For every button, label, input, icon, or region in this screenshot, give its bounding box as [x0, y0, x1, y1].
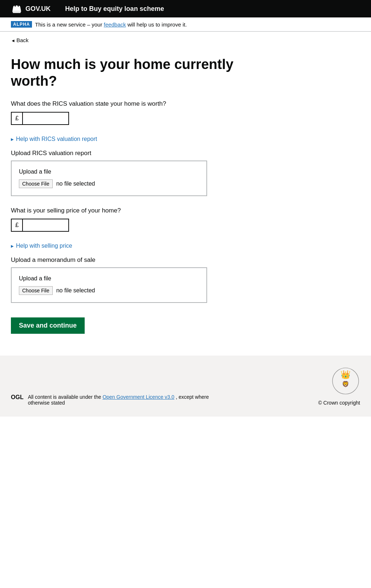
alpha-banner: ALPHA This is a new service – your feedb… [0, 17, 371, 32]
selling-price-group: What is your selling price of your home?… [11, 207, 243, 232]
memo-no-file-text: no file selected [56, 287, 95, 294]
upload-memo-box: Upload a file Choose File no file select… [11, 267, 207, 303]
rics-currency-prefix: £ [12, 113, 23, 124]
upload-rics-group: Upload RICS valuation report Upload a fi… [11, 150, 243, 196]
memo-file-input-row: Choose File no file selected [19, 286, 199, 295]
rics-valuation-input[interactable] [23, 113, 63, 124]
ogl-logo: OGL [11, 394, 24, 401]
rics-valuation-group: What does the RICS valuation state your … [11, 100, 243, 125]
save-continue-button[interactable]: Save and continue [11, 317, 85, 334]
site-footer: OGL All content is available under the O… [0, 356, 371, 417]
alpha-tag: ALPHA [11, 21, 32, 28]
selling-input-wrapper: £ [11, 219, 69, 232]
alpha-text: This is a new service – your feedback wi… [35, 21, 187, 28]
crown-emblem-icon: 👑 🦁 [331, 366, 360, 396]
upload-memo-group: Upload a memorandum of sale Upload a fil… [11, 256, 243, 303]
selling-currency-prefix: £ [12, 219, 23, 231]
site-header: GOV.UK Help to Buy equity loan scheme [0, 0, 371, 17]
footer-inner: OGL All content is available under the O… [11, 366, 360, 406]
feedback-link[interactable]: feedback [104, 21, 126, 28]
footer-left: OGL All content is available under the O… [11, 394, 229, 406]
upload-rics-box: Upload a file Choose File no file select… [11, 161, 207, 196]
svg-text:👑: 👑 [340, 370, 351, 380]
footer-licence-text: All content is available under the Open … [28, 394, 229, 406]
svg-text:🦁: 🦁 [342, 381, 349, 388]
rics-file-input-row: Choose File no file selected [19, 179, 199, 188]
selling-price-label: What is your selling price of your home? [11, 207, 243, 214]
main-content: How much is your home currently worth? W… [0, 49, 254, 356]
rics-valuation-label: What does the RICS valuation state your … [11, 100, 243, 108]
crown-icon [11, 4, 23, 14]
page-title: How much is your home currently worth? [11, 56, 243, 89]
selling-help-details[interactable]: Help with selling price [11, 243, 243, 249]
header-title: Help to Buy equity loan scheme [65, 5, 164, 13]
back-link[interactable]: Back [11, 37, 29, 43]
upload-memo-label: Upload a memorandum of sale [11, 256, 243, 264]
upload-memo-box-label: Upload a file [19, 275, 199, 282]
rics-no-file-text: no file selected [56, 181, 95, 187]
memo-choose-file-button[interactable]: Choose File [19, 286, 53, 295]
gov-uk-text: GOV.UK [25, 5, 51, 13]
rics-input-wrapper: £ [11, 112, 69, 125]
svg-rect-0 [12, 11, 21, 12]
rics-choose-file-button[interactable]: Choose File [19, 179, 53, 188]
rics-help-summary[interactable]: Help with RICS valuation report [11, 136, 243, 142]
gov-uk-logo: GOV.UK [11, 4, 51, 14]
back-link-container: Back [0, 32, 371, 49]
upload-rics-label: Upload RICS valuation report [11, 150, 243, 157]
rics-help-details[interactable]: Help with RICS valuation report [11, 136, 243, 142]
svg-rect-1 [13, 12, 20, 13]
upload-rics-box-label: Upload a file [19, 169, 199, 175]
footer-right: 👑 🦁 © Crown copyright [318, 366, 360, 406]
selling-price-input[interactable] [23, 219, 63, 231]
ogl-licence-link[interactable]: Open Government Licence v3.0 [102, 394, 174, 400]
crown-copyright: © Crown copyright [318, 400, 360, 406]
selling-help-summary[interactable]: Help with selling price [11, 243, 243, 249]
